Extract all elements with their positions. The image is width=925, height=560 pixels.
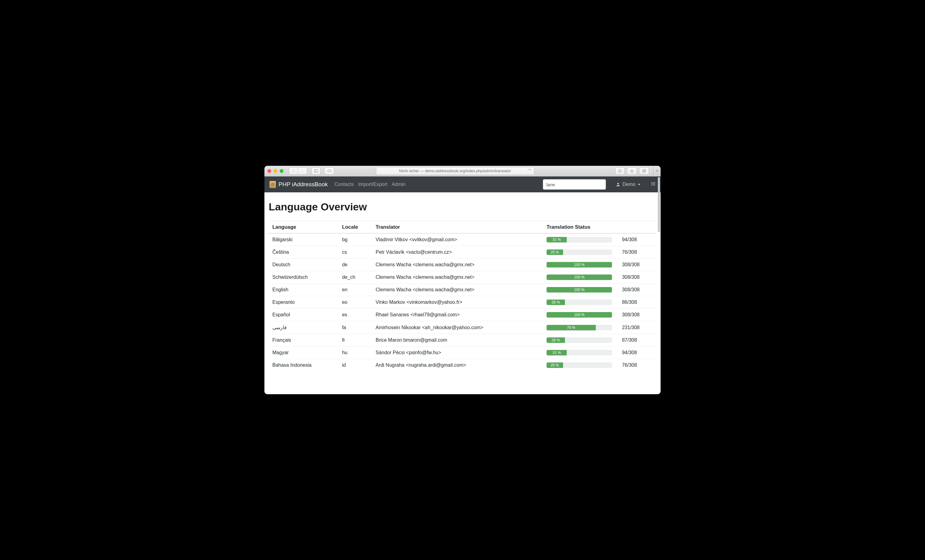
back-button[interactable]: [289, 167, 298, 175]
col-locale: Locale: [338, 221, 372, 234]
table-header-row: Language Locale Translator Translation S…: [269, 221, 656, 234]
progress-fill: 28 %: [547, 300, 565, 305]
table-row: EspañolesRhael Sananes <rhael79@gmail.co…: [269, 309, 656, 321]
cell-translator: Ardi Nugraha <nugraha.ardi@gmail.com>: [372, 359, 543, 372]
table-row: ČeštinacsPetr Václavík <vaclo@centrum.cz…: [269, 246, 656, 259]
cell-translator: Amirhosein Nikookar <ah_nikookar@yahoo.c…: [372, 321, 543, 334]
nav-contacts[interactable]: Contacts: [334, 182, 354, 187]
vertical-scrollbar[interactable]: [656, 177, 661, 394]
cell-translator: Vladimir Vitkov <vvitkov@gmail.com>: [372, 233, 543, 246]
progress-bar: 28 %: [547, 338, 612, 343]
cell-translator: Sándor Pécsi <psinfo@fw.hu>: [372, 347, 543, 359]
user-menu[interactable]: Demo: [616, 182, 640, 187]
cell-count: 308/308: [618, 271, 656, 284]
cell-count: 76/308: [618, 359, 656, 372]
cell-language: Esperanto: [269, 296, 338, 309]
table-row: فارسیfaAmirhosein Nikookar <ah_nikookar@…: [269, 321, 656, 334]
cell-language: Čeština: [269, 246, 338, 259]
cell-status: 75 %: [543, 321, 618, 334]
progress-bar: 25 %: [547, 362, 612, 368]
progress-bar: 28 %: [547, 300, 612, 305]
zoom-window-button[interactable]: [280, 169, 283, 173]
cell-locale: es: [338, 309, 372, 321]
tabs-button[interactable]: [640, 167, 649, 175]
cell-status: 100 %: [543, 259, 618, 271]
cell-status: 28 %: [543, 296, 618, 309]
cell-count: 308/308: [618, 259, 656, 271]
cell-locale: bg: [338, 233, 372, 246]
language-table: Language Locale Translator Translation S…: [269, 221, 656, 371]
cloud-icon: [327, 169, 331, 173]
table-row: EsperantoeoVinko Markov <vinkomarkov@yah…: [269, 296, 656, 309]
cell-language: Deutsch: [269, 259, 338, 271]
cell-locale: de_ch: [338, 271, 372, 284]
cell-locale: de: [338, 259, 372, 271]
cell-translator: Clemens Wacha <clemens.wacha@gmx.net>: [372, 259, 543, 271]
user-label: Demo: [622, 182, 636, 187]
progress-fill: 25 %: [547, 249, 563, 255]
reload-button[interactable]: [527, 168, 532, 174]
cell-status: 100 %: [543, 309, 618, 321]
brand[interactable]: PHP iAddressBook: [269, 181, 328, 188]
col-status: Translation Status: [543, 221, 656, 234]
scrollbar-thumb[interactable]: [658, 177, 660, 232]
cell-translator: Petr Václavík <vaclo@centrum.cz>: [372, 246, 543, 259]
svg-point-12: [651, 182, 652, 183]
progress-fill: 100 %: [547, 275, 612, 280]
cell-status: 25 %: [543, 359, 618, 372]
search-input[interactable]: [543, 179, 606, 190]
page-content: Language Overview Language Locale Transl…: [264, 192, 661, 394]
cell-count: 308/308: [618, 309, 656, 321]
cell-language: Bălgarski: [269, 233, 338, 246]
col-translator: Translator: [372, 221, 543, 234]
cell-translator: Vinko Markov <vinkomarkov@yahoo.fr>: [372, 296, 543, 309]
sidebar-toggle-button[interactable]: [312, 167, 321, 175]
tabs-icon: [642, 169, 646, 173]
list-view-button[interactable]: [651, 182, 656, 188]
progress-bar: 75 %: [547, 325, 612, 330]
reload-icon: [527, 168, 532, 173]
cell-count: 94/308: [618, 347, 656, 359]
browser-window: Nicht sicher — demo.iaddressbook.org/ind…: [264, 166, 661, 394]
progress-fill: 100 %: [547, 287, 612, 293]
table-row: MagyarhuSándor Pécsi <psinfo@fw.hu>31 %9…: [269, 347, 656, 359]
url-text: Nicht sicher — demo.iaddressbook.org/ind…: [399, 169, 511, 173]
cell-language: Schwiizerdütsch: [269, 271, 338, 284]
progress-bar: 100 %: [547, 275, 612, 280]
cell-count: 231/308: [618, 321, 656, 334]
cell-status: 100 %: [543, 284, 618, 296]
page-title: Language Overview: [269, 201, 656, 213]
close-window-button[interactable]: [267, 169, 271, 173]
downloads-button[interactable]: [615, 167, 625, 175]
table-row: DeutschdeClemens Wacha <clemens.wacha@gm…: [269, 259, 656, 271]
list-icon: [651, 182, 656, 186]
download-icon: [618, 169, 622, 173]
sidebar-icon: [314, 169, 318, 173]
app-navbar: PHP iAddressBook Contacts Import/Export …: [264, 177, 661, 192]
progress-bar: 100 %: [547, 262, 612, 267]
nav-admin[interactable]: Admin: [392, 182, 405, 187]
share-button[interactable]: [628, 167, 637, 175]
address-bar[interactable]: Nicht sicher — demo.iaddressbook.org/ind…: [376, 167, 534, 175]
cell-count: 86/308: [618, 296, 656, 309]
browser-toolbar: Nicht sicher — demo.iaddressbook.org/ind…: [264, 166, 661, 177]
nav-import-export[interactable]: Import/Export: [358, 182, 387, 187]
toolbar-right: [615, 167, 649, 175]
cell-language: Français: [269, 334, 338, 347]
progress-bar: 25 %: [547, 249, 612, 255]
new-tab-button[interactable]: +: [653, 166, 661, 177]
icloud-button[interactable]: [325, 167, 334, 175]
cell-locale: id: [338, 359, 372, 372]
progress-fill: 75 %: [547, 325, 596, 330]
table-row: FrançaisfrBrice Maron bmaron@gmail.com28…: [269, 334, 656, 347]
forward-button[interactable]: [298, 167, 307, 175]
svg-point-13: [651, 183, 652, 184]
cell-translator: Brice Maron bmaron@gmail.com: [372, 334, 543, 347]
user-icon: [616, 182, 621, 187]
page-viewport: PHP iAddressBook Contacts Import/Export …: [264, 177, 661, 394]
cell-language: English: [269, 284, 338, 296]
progress-fill: 25 %: [547, 362, 563, 368]
cell-locale: eo: [338, 296, 372, 309]
minimize-window-button[interactable]: [274, 169, 277, 173]
window-controls: [267, 169, 283, 173]
